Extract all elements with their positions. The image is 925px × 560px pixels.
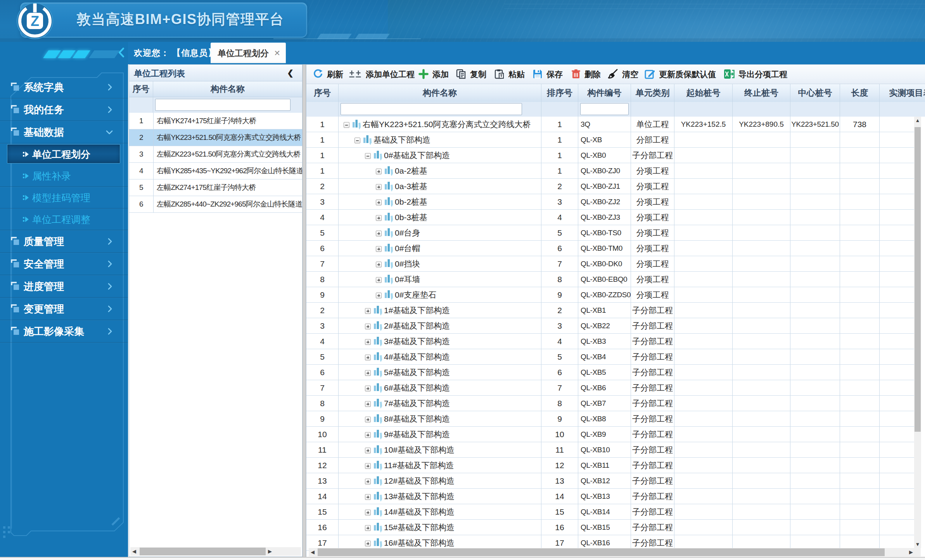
svg-text:Z: Z [31,13,39,29]
